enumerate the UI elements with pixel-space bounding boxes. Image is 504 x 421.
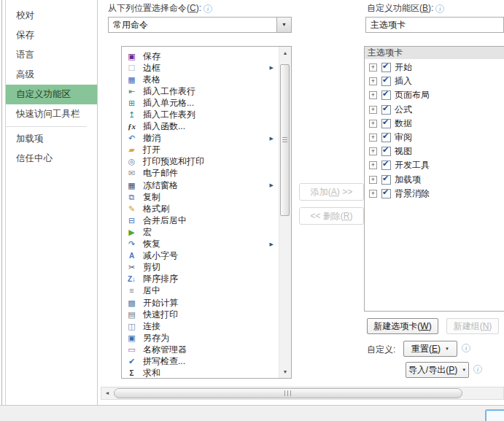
ribbon-tab-row-insert[interactable]: + ✔ 插入 [365, 74, 504, 88]
sidebar-item-label: 保存 [16, 30, 34, 40]
choose-commands-dropdown-value: 常用命令 [113, 18, 148, 32]
sidebar-item-proofing[interactable]: 校对 [6, 6, 97, 26]
ribbon-tab-row-background-removal[interactable]: + ✔ 背景消除 [365, 187, 504, 201]
command-list-item[interactable]: ▣ 另存为 ▶ [122, 332, 279, 344]
expand-plus-icon[interactable]: + [369, 176, 377, 184]
ribbon-tab-row-review[interactable]: + ✔ 审阅 [365, 131, 504, 144]
command-list-item[interactable]: ⊞ 插入单元格... ▶ [122, 97, 279, 109]
tab-checkbox[interactable]: ✔ [381, 147, 391, 156]
reset-button[interactable]: 重置(E) ▼ [403, 341, 457, 357]
expand-plus-icon[interactable]: + [369, 63, 377, 72]
command-list-item[interactable]: ✔ 拼写检查... ▶ [122, 355, 279, 367]
command-list-item[interactable]: ↶ 撤消 ▶ [122, 133, 279, 144]
command-list-item[interactable]: ◎ 打印预览和打印 ▶ [122, 156, 279, 168]
sidebar-item-label: 自定义功能区 [16, 89, 71, 99]
sidebar-item-language[interactable]: 语言 [6, 45, 97, 65]
tab-checkbox[interactable]: ✔ [381, 77, 391, 86]
tab-label: 页面布局 [395, 89, 430, 101]
new-tab-button[interactable]: 新建选项卡(W) [367, 318, 438, 334]
expand-plus-icon[interactable]: + [369, 120, 377, 128]
command-list-item[interactable]: Σ 求和 ▶ [122, 368, 279, 378]
expand-plus-icon[interactable]: + [369, 161, 377, 169]
sidebar-item-quick-access-toolbar[interactable]: 快速访问工具栏 [6, 104, 97, 124]
tab-checkbox[interactable]: ✔ [381, 105, 391, 115]
command-list-item[interactable]: A 减小字号 ▶ [122, 250, 279, 262]
scroll-up-button[interactable]: ▲ [279, 47, 291, 59]
submenu-arrow-icon: ▶ [270, 182, 279, 188]
ribbon-tab-row-data[interactable]: + ✔ 数据 [365, 117, 504, 131]
command-list-item[interactable]: ▭ 名称管理器 ▶ [122, 344, 279, 355]
command-list-item[interactable]: ✂ 剪切 ▶ [122, 262, 279, 274]
command-list-item[interactable]: ⧉ 复制 ▶ [122, 191, 279, 203]
command-list-item[interactable]: ≡ 居中 ▶ [122, 285, 279, 297]
command-list-item[interactable]: ▦ 冻结窗格 ▶ [122, 179, 279, 191]
tab-checkbox[interactable]: ✔ [381, 175, 391, 185]
command-list-item[interactable]: ▦ 表格 ▶ [122, 74, 279, 85]
command-list-item[interactable]: Z↓ 降序排序 ▶ [122, 274, 279, 285]
vertical-scrollbar-thumb[interactable] [280, 64, 290, 216]
checkmark-icon: ✔ [382, 145, 389, 155]
command-list-item[interactable]: ☐ 边框 ▶ [122, 62, 279, 74]
tab-checkbox[interactable]: ✔ [381, 133, 391, 142]
tab-checkbox[interactable]: ✔ [381, 119, 391, 128]
expand-plus-icon[interactable]: + [369, 190, 377, 198]
dropdown-arrow-button[interactable]: ▼ [276, 18, 291, 32]
sidebar-item-advanced[interactable]: 高级 [6, 65, 97, 85]
connections-icon: ◫ [125, 322, 138, 331]
open-folder-icon: ▰ [125, 146, 138, 154]
command-label: 恢复 [143, 238, 270, 250]
ok-button-partial[interactable] [485, 409, 504, 421]
customize-ribbon-dropdown[interactable]: 主选项卡 [365, 17, 504, 33]
tab-checkbox[interactable]: ✔ [381, 189, 391, 198]
import-export-button[interactable]: 导入/导出(P) ▼ [406, 362, 469, 378]
expand-plus-icon[interactable]: + [369, 134, 377, 142]
command-list-item[interactable]: ▩ 开始计算 ▶ [122, 297, 279, 309]
scroll-left-button[interactable]: ◄ [101, 387, 113, 399]
ribbon-tab-row-formulas[interactable]: + ✔ 公式 [365, 103, 504, 117]
sidebar-item-save[interactable]: 保存 [6, 26, 97, 45]
checkmark-icon: ✔ [382, 131, 389, 141]
ribbon-tab-row-view[interactable]: + ✔ 视图 [365, 144, 504, 158]
remove-button[interactable]: << 删除(R) [299, 207, 364, 225]
command-list-item[interactable]: ▣ 保存 ▶ [122, 50, 279, 62]
expand-plus-icon[interactable]: + [369, 77, 377, 85]
horizontal-scrollbar-thumb[interactable] [114, 388, 462, 398]
copy-icon: ⧉ [125, 193, 138, 201]
command-label: 打开 [143, 144, 270, 156]
command-list-item[interactable]: ✉ 电子邮件 ▶ [122, 168, 279, 179]
tab-checkbox[interactable]: ✔ [381, 161, 391, 170]
expand-plus-icon[interactable]: + [369, 147, 377, 155]
command-list-item[interactable]: ▶ 宏 ▶ [122, 226, 279, 238]
command-list-item[interactable]: ⇤ 插入工作表行 ▶ [122, 85, 279, 97]
borders-icon: ☐ [125, 64, 138, 72]
expand-plus-icon[interactable]: + [369, 91, 377, 99]
commands-vertical-scrollbar[interactable]: ▲ ▼ [279, 47, 291, 378]
scroll-down-button[interactable]: ▼ [279, 366, 291, 378]
command-list-item[interactable]: ◫ 连接 ▶ [122, 320, 279, 332]
expand-plus-icon[interactable]: + [369, 106, 377, 114]
sidebar-item-customize-ribbon[interactable]: 自定义功能区 [6, 85, 97, 104]
choose-commands-dropdown[interactable]: 常用命令 ▼ [108, 17, 292, 33]
sidebar-item-trust-center[interactable]: 信任中心 [6, 149, 97, 169]
ribbon-tab-row-add-ins[interactable]: + ✔ 加载项 [365, 173, 504, 187]
ribbon-tab-row-page-layout[interactable]: + ✔ 页面布局 [365, 88, 504, 102]
command-list-item[interactable]: ✎ 格式刷 ▶ [122, 203, 279, 215]
excel-options-dialog: 校对保存语言高级自定义功能区快速访问工具栏加载项信任中心 从下列位置选择命令(C… [0, 0, 504, 421]
command-list-item[interactable]: ƒx 插入函数... ▶ [122, 121, 279, 133]
commands-rows: ▣ 保存 ▶ ☐ 边框 ▶ ▦ 表格 ▶ ⇤ 插入工作表行 ▶ ⊞ 插入单元格.… [122, 47, 279, 378]
new-group-button[interactable]: 新建组(N) [446, 318, 499, 334]
command-list-item[interactable]: ↷ 恢复 ▶ [122, 239, 279, 250]
add-button[interactable]: 添加(A) >> [299, 183, 364, 201]
horizontal-scrollbar[interactable]: ◄ [101, 387, 504, 400]
ribbon-tab-row-developer[interactable]: + ✔ 开发工具 [365, 158, 504, 172]
command-list-item[interactable]: ⊟ 合并后居中 ▶ [122, 215, 279, 226]
ribbon-tab-row-home[interactable]: + ✔ 开始 [365, 61, 504, 74]
undo-icon: ↶ [125, 134, 138, 142]
tab-checkbox[interactable]: ✔ [381, 90, 391, 100]
command-list-item[interactable]: ▰ 打开 ▶ [122, 144, 279, 156]
macros-icon: ▶ [125, 228, 138, 236]
command-list-item[interactable]: ▤ 快速打印 ▶ [122, 309, 279, 320]
sidebar-item-add-ins[interactable]: 加载项 [6, 129, 97, 149]
tab-checkbox[interactable]: ✔ [381, 63, 391, 72]
command-list-item[interactable]: ↥ 插入工作表列 ▶ [122, 109, 279, 120]
